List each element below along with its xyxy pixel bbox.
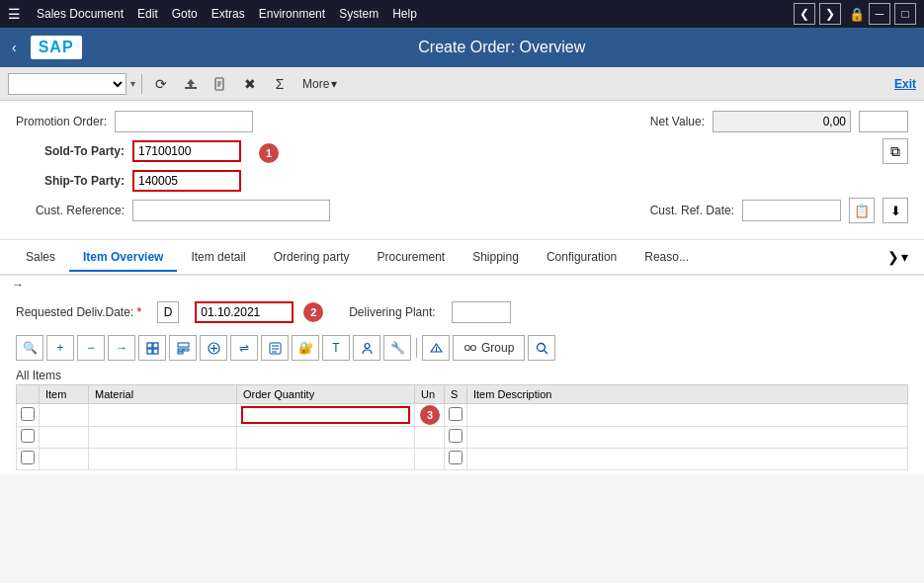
copy-button[interactable]: ⧉ [882, 138, 908, 164]
sigma-icon: Σ [276, 76, 285, 92]
addr-book-button[interactable]: 📋 [849, 198, 875, 223]
page-title: Create Order: Overview [92, 39, 912, 56]
delivery-date-input[interactable] [195, 301, 294, 323]
svg-point-21 [365, 343, 370, 348]
config-button[interactable] [261, 335, 289, 361]
lock-item-button[interactable]: 🔐 [292, 335, 319, 361]
ship-to-party-input[interactable] [132, 170, 241, 192]
tab-item-detail[interactable]: Item detail [177, 244, 259, 272]
row1-s-checkbox[interactable] [449, 407, 462, 421]
search2-button[interactable] [528, 335, 555, 361]
tab-reasons[interactable]: Reaso... [630, 244, 703, 272]
promotion-order-label: Promotion Order: [16, 115, 107, 128]
plant-input[interactable] [452, 301, 511, 323]
back-arrow-icon[interactable]: ‹ [12, 40, 17, 55]
tab-shipping[interactable]: Shipping [459, 244, 533, 272]
svg-rect-9 [153, 349, 158, 354]
delivery-type-input[interactable] [157, 301, 179, 323]
promotion-order-input[interactable] [115, 111, 253, 132]
tab-procurement[interactable]: Procurement [363, 244, 459, 272]
col-header-order-qty: Order Quantity [237, 385, 415, 404]
detail-view-button[interactable] [169, 335, 197, 361]
menu-goto[interactable]: Goto [172, 7, 198, 21]
net-value-label: Net Value: [650, 115, 705, 128]
row3-checkbox[interactable] [21, 451, 35, 464]
row1-checkbox[interactable] [21, 407, 35, 421]
net-value-input[interactable] [713, 111, 851, 132]
wrench-button[interactable]: 🔧 [383, 335, 411, 361]
title-bar: ☰ Sales Document Edit Goto Extras Enviro… [0, 0, 924, 28]
flag-button[interactable] [200, 335, 227, 361]
refresh-button[interactable]: ⟳ [148, 71, 174, 97]
toolbar-select[interactable] [8, 73, 126, 95]
menu-system[interactable]: System [339, 7, 378, 21]
plant-label: Delivering Plant: [349, 305, 435, 319]
row2-s-cell [445, 427, 467, 449]
tab-ordering-party[interactable]: Ordering party [260, 244, 364, 272]
delivery-row: Requested Deliv.Date: * 2 Delivering Pla… [16, 301, 908, 323]
annotation-3-badge: 3 [420, 405, 440, 425]
doc-button[interactable] [208, 71, 233, 97]
grid-button[interactable] [138, 335, 166, 361]
hamburger-icon[interactable]: ☰ [8, 6, 21, 22]
sigma-button[interactable]: Σ [267, 71, 293, 97]
row2-un-cell [415, 427, 445, 449]
toolbar: ▾ ⟳ ✖ Σ More ▾ Exit [0, 67, 924, 101]
maximize-button[interactable]: □ [894, 3, 916, 25]
menu-extras[interactable]: Extras [211, 7, 245, 21]
all-items-label: All Items [16, 365, 908, 384]
row1-order-qty-input[interactable] [241, 406, 410, 424]
row2-checkbox[interactable] [21, 429, 35, 443]
group-label: Group [481, 341, 514, 355]
move-up-button[interactable]: → [108, 335, 135, 361]
ship-button[interactable] [422, 335, 450, 361]
minimize-button[interactable]: ─ [869, 3, 890, 25]
search-item-button[interactable]: 🔍 [16, 335, 43, 361]
svg-rect-13 [178, 352, 183, 354]
more-arrow-icon: ▾ [331, 77, 337, 91]
partner-button[interactable] [353, 335, 380, 361]
col-header-un: Un [415, 385, 445, 404]
download-form-button[interactable]: ⬇ [882, 198, 908, 223]
upload-button[interactable] [178, 71, 204, 97]
menu-help[interactable]: Help [392, 7, 417, 21]
group-button[interactable]: Group [453, 335, 525, 361]
tab-configuration[interactable]: Configuration [533, 244, 630, 272]
sold-to-party-input[interactable] [132, 140, 241, 162]
col-header-item: Item [40, 385, 89, 404]
sold-to-party-label: Sold-To Party: [16, 144, 125, 158]
menu-sales-document[interactable]: Sales Document [37, 7, 124, 21]
upload-icon [184, 77, 198, 91]
exit-button[interactable]: Exit [894, 77, 916, 91]
col-header-material: Material [89, 385, 237, 404]
row1-checkbox-cell [17, 404, 40, 427]
net-value-extra-input[interactable] [859, 111, 908, 132]
annotation-1-badge: 1 [259, 143, 279, 163]
form-row-1: Promotion Order: Net Value: [16, 111, 908, 132]
items-table: Item Material Order Quantity Un S Item D… [16, 384, 908, 470]
text-button[interactable]: T [322, 335, 350, 361]
row3-checkbox-cell [17, 449, 40, 470]
row2-s-checkbox[interactable] [449, 429, 462, 443]
cust-reference-input[interactable] [132, 200, 330, 221]
svg-rect-7 [153, 343, 158, 348]
menu-edit[interactable]: Edit [137, 7, 158, 21]
cancel-button[interactable]: ✖ [237, 71, 263, 97]
tab-sales[interactable]: Sales [12, 244, 69, 272]
add-item-button[interactable]: + [46, 335, 74, 361]
tab-item-overview[interactable]: Item Overview [69, 244, 177, 272]
row2-order-qty-cell [237, 427, 415, 449]
annotation-2-badge: 2 [303, 302, 323, 322]
tabs-more-arrow[interactable]: ❯ ▾ [883, 245, 912, 269]
more-button[interactable]: More ▾ [296, 75, 343, 93]
connector-button[interactable]: ⇌ [230, 335, 258, 361]
remove-item-button[interactable]: − [77, 335, 105, 361]
menu-environment[interactable]: Environment [259, 7, 325, 21]
row3-s-checkbox[interactable] [449, 451, 462, 464]
row2-desc-cell [467, 427, 908, 449]
nav-forward-button[interactable]: ❯ [819, 3, 841, 25]
row2-item-cell [40, 427, 89, 449]
row2-material-cell [89, 427, 237, 449]
cust-ref-date-input[interactable] [742, 200, 841, 221]
nav-back-button[interactable]: ❮ [794, 3, 815, 25]
